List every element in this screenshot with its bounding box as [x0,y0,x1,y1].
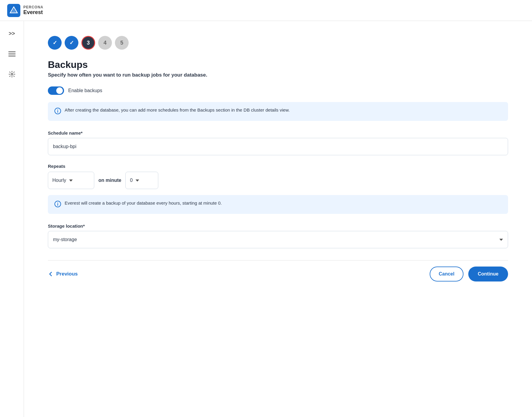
repeats-info-message: Everest will create a backup of your dat… [65,200,222,206]
info-message: After creating the database, you can add… [65,107,290,112]
repeats-label: Repeats [48,164,508,169]
frequency-select[interactable]: Hourly [48,172,94,189]
continue-button[interactable]: Continue [468,267,508,281]
storage-location-value: my-storage [53,237,77,242]
info-icon [54,108,61,115]
step-4: 4 [98,36,112,50]
enable-backups-row: Enable backups [48,86,508,95]
repeats-section: Repeats Hourly on minute 0 [48,164,508,189]
minute-chevron-icon [136,179,139,182]
repeats-info-icon [54,201,61,208]
footer-right: Cancel Continue [430,267,508,281]
svg-point-9 [57,203,58,203]
settings-icon [8,71,16,78]
frequency-chevron-icon [69,179,73,182]
storage-location-select[interactable]: my-storage [48,231,508,248]
minute-select[interactable]: 0 [125,172,158,189]
svg-point-5 [11,73,13,75]
app-header: PERCONA Everest [0,0,532,21]
step-1: ✓ [48,36,62,50]
logo: PERCONA Everest [7,4,43,17]
storage-chevron-icon [499,239,503,241]
logo-text: PERCONA Everest [23,5,43,16]
footer-bar: Previous Cancel Continue [48,260,508,281]
menu-icon [8,50,16,57]
cancel-button[interactable]: Cancel [430,267,463,281]
on-minute-label: on minute [98,178,121,183]
logo-icon [7,4,20,17]
step-5: 5 [115,36,129,50]
arrow-left-icon [48,271,54,277]
enable-backups-toggle[interactable] [48,86,64,95]
stepper: ✓ ✓ 3 4 5 [48,36,508,50]
schedule-name-label: Schedule name* [48,130,508,136]
main-content: ✓ ✓ 3 4 5 Backups Specify how often you … [24,21,532,417]
info-box: After creating the database, you can add… [48,102,508,121]
frequency-value: Hourly [52,178,66,183]
sidebar: >> [0,21,24,417]
page-subtitle: Specify how often you want to run backup… [48,72,508,78]
step-3: 3 [81,36,95,50]
enable-backups-label: Enable backups [68,88,102,93]
minute-value: 0 [130,178,133,183]
svg-rect-2 [8,51,16,52]
step-2: ✓ [65,36,78,50]
schedule-name-input[interactable] [48,138,508,155]
sidebar-collapse-button[interactable]: >> [5,27,19,40]
menu-button[interactable] [5,47,19,60]
svg-point-7 [57,109,58,110]
repeats-info-box: Everest will create a backup of your dat… [48,195,508,214]
previous-button[interactable]: Previous [48,271,78,277]
storage-section: Storage location* my-storage [48,223,508,248]
svg-rect-4 [8,56,16,57]
svg-rect-3 [8,54,16,54]
storage-location-label: Storage location* [48,223,508,229]
settings-button[interactable] [5,68,19,81]
repeats-row: Hourly on minute 0 [48,172,508,189]
page-title: Backups [48,59,508,70]
